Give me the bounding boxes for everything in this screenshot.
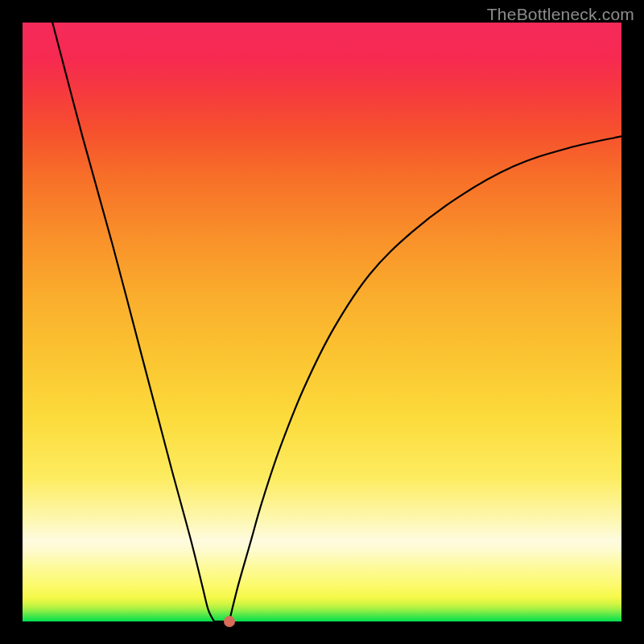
chart-container: TheBottleneck.com bbox=[0, 0, 644, 644]
optimum-marker bbox=[224, 616, 235, 627]
curve-right bbox=[229, 136, 621, 621]
plot-area bbox=[23, 23, 621, 621]
curve-layer bbox=[23, 23, 621, 621]
curve-left bbox=[52, 23, 214, 621]
watermark: TheBottleneck.com bbox=[487, 5, 634, 24]
